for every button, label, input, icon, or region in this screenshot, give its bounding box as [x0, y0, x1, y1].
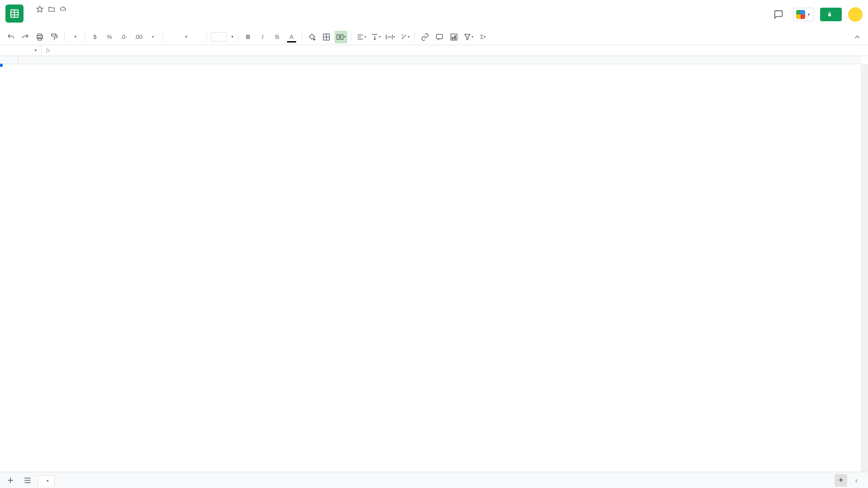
name-box[interactable]: ▼	[0, 45, 42, 56]
svg-rect-25	[454, 36, 455, 39]
document-title[interactable]	[28, 9, 32, 9]
merge-cells-icon[interactable]: ▾	[335, 31, 347, 43]
svg-rect-24	[452, 37, 453, 39]
all-sheets-icon[interactable]	[21, 474, 34, 487]
chart-icon[interactable]	[448, 31, 460, 43]
font-size-input[interactable]	[211, 32, 227, 42]
explore-icon[interactable]	[835, 474, 847, 487]
decrease-decimal-icon[interactable]: .0↓	[118, 31, 130, 43]
meet-icon	[796, 10, 805, 19]
menu-tools[interactable]	[71, 16, 78, 20]
fill-color-icon[interactable]	[306, 31, 318, 43]
functions-icon[interactable]: Σ▾	[476, 31, 489, 43]
wrap-icon[interactable]: ▾	[384, 31, 396, 43]
sheets-logo-icon[interactable]	[5, 5, 24, 23]
vertical-scrollbar[interactable]	[861, 64, 868, 484]
currency-icon[interactable]: $	[89, 31, 101, 43]
halign-icon[interactable]: ▾	[355, 31, 368, 43]
increase-decimal-icon[interactable]: .00	[132, 31, 145, 43]
bold-icon[interactable]: B	[242, 31, 255, 43]
text-color-icon[interactable]: A	[285, 31, 298, 43]
redo-icon[interactable]	[19, 31, 32, 43]
svg-rect-22	[436, 34, 443, 39]
menu-insert[interactable]	[50, 16, 56, 20]
cloud-status[interactable]	[60, 5, 69, 13]
side-panel-toggle-icon[interactable]: ‹	[855, 477, 864, 484]
print-icon[interactable]	[33, 31, 46, 43]
svg-rect-5	[828, 14, 831, 16]
link-icon[interactable]	[419, 31, 431, 43]
menubar	[28, 16, 770, 20]
account-avatar[interactable]	[848, 7, 863, 22]
svg-marker-4	[37, 6, 42, 12]
chevron-down-icon: ▼	[807, 13, 811, 17]
move-icon[interactable]	[48, 5, 55, 13]
spreadsheet-grid[interactable]	[0, 56, 868, 488]
share-button[interactable]	[820, 8, 842, 21]
strike-icon[interactable]: S	[271, 31, 283, 43]
menu-extensions[interactable]	[79, 16, 85, 20]
menu-file[interactable]	[28, 16, 34, 20]
add-sheet-icon[interactable]	[4, 474, 17, 487]
fx-icon: fx	[42, 47, 55, 54]
svg-rect-23	[451, 34, 457, 40]
menu-data[interactable]	[64, 16, 71, 20]
meet-button[interactable]: ▼	[793, 8, 814, 21]
menu-edit[interactable]	[35, 16, 42, 20]
last-edit-link[interactable]	[99, 16, 105, 20]
borders-icon[interactable]	[320, 31, 333, 43]
collapse-toolbar-icon[interactable]	[851, 31, 863, 43]
menu-format[interactable]	[57, 16, 63, 20]
undo-icon[interactable]	[5, 31, 17, 43]
svg-rect-9	[52, 34, 56, 36]
comment-icon[interactable]	[433, 31, 446, 43]
selection-handle[interactable]	[0, 64, 3, 67]
font-size-chevron-icon[interactable]: ▼	[231, 35, 234, 39]
menu-view[interactable]	[42, 16, 49, 20]
rotate-icon[interactable]: ▾	[398, 31, 411, 43]
paint-format-icon[interactable]	[48, 31, 61, 43]
svg-rect-15	[340, 34, 343, 39]
more-formats[interactable]: ▾	[146, 31, 159, 43]
sheet-tab[interactable]	[38, 475, 55, 486]
toolbar: ▼ $ % .0↓ .00 ▾ ▼ ▼ B I S A ▾ ▾ ▾ ▾ ▾ ▾ …	[0, 29, 868, 45]
select-all-corner[interactable]	[0, 56, 18, 64]
zoom-select[interactable]: ▼	[68, 31, 81, 43]
menu-help[interactable]	[86, 16, 92, 20]
valign-icon[interactable]: ▾	[369, 31, 382, 43]
svg-point-10	[314, 38, 315, 40]
star-icon[interactable]	[36, 5, 43, 13]
comments-icon[interactable]	[770, 6, 787, 23]
filter-icon[interactable]: ▾	[462, 31, 475, 43]
selection-box	[0, 64, 2, 66]
percent-icon[interactable]: %	[103, 31, 116, 43]
italic-icon[interactable]: I	[256, 31, 269, 43]
font-select[interactable]: ▼	[167, 31, 203, 43]
svg-rect-14	[337, 34, 339, 39]
